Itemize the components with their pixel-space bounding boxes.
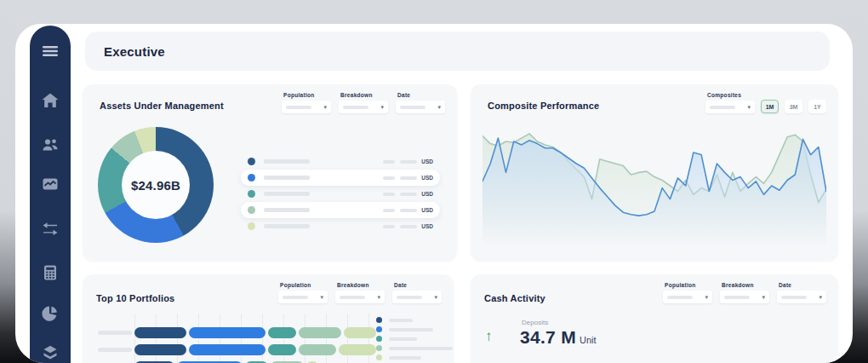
deposits-value: 34.7 M bbox=[520, 327, 576, 348]
transfers-icon[interactable] bbox=[41, 219, 60, 238]
aum-legend-row[interactable]: USD bbox=[241, 218, 440, 234]
legend-dot bbox=[248, 222, 255, 230]
legend-dot bbox=[376, 354, 382, 360]
currency-label: USD bbox=[421, 223, 433, 229]
range-button-1m[interactable]: 1M bbox=[761, 100, 779, 113]
currency-label: USD bbox=[421, 207, 433, 213]
chevron-down-icon: ▾ bbox=[323, 104, 327, 110]
legend-amount-placeholder bbox=[400, 176, 417, 180]
legend-name-placeholder bbox=[389, 356, 421, 360]
filter-select-population[interactable]: ▾ bbox=[278, 291, 328, 303]
select-placeholder bbox=[286, 106, 311, 109]
legend-name-placeholder bbox=[264, 159, 310, 164]
aum-donut-chart[interactable]: $24.96B bbox=[98, 127, 214, 243]
gridline bbox=[241, 314, 242, 363]
range-button-1y[interactable]: 1Y bbox=[808, 100, 826, 113]
chevron-down-icon: ▾ bbox=[434, 294, 437, 300]
filter-breakdown: Breakdown▾ bbox=[720, 282, 769, 303]
filter-select-breakdown[interactable]: ▾ bbox=[339, 101, 388, 113]
filter-select-composites[interactable]: ▾ bbox=[705, 101, 755, 113]
gridline bbox=[177, 314, 178, 363]
app-panel: Executive Assets Under Management Popula… bbox=[15, 24, 853, 363]
range-button-group: 1M3M1Y bbox=[761, 100, 826, 113]
gridline bbox=[283, 314, 284, 363]
stacked-bar bbox=[134, 327, 376, 338]
filter-select-date[interactable]: ▾ bbox=[777, 291, 826, 303]
filter-population: Population▾ bbox=[282, 92, 331, 113]
composite-performance-card: Composite Performance Composites▾ 1M3M1Y bbox=[471, 84, 838, 261]
chevron-down-icon: ▾ bbox=[747, 104, 751, 110]
chevron-down-icon: ▾ bbox=[762, 294, 765, 300]
legend-dot bbox=[248, 174, 255, 182]
top10-legend-row bbox=[376, 343, 453, 353]
filter-select-population[interactable]: ▾ bbox=[663, 291, 712, 303]
stacked-bar bbox=[134, 344, 376, 355]
select-placeholder bbox=[710, 106, 735, 109]
menu-icon[interactable] bbox=[41, 42, 60, 60]
legend-dot bbox=[376, 326, 382, 332]
legend-dot bbox=[376, 317, 382, 323]
deposits-value-row: 34.7 M Unit bbox=[520, 327, 597, 348]
performance-icon[interactable] bbox=[41, 175, 60, 193]
filter-label: Population bbox=[283, 92, 331, 98]
arrow-up-icon: ↑ bbox=[485, 328, 493, 345]
gridline bbox=[220, 314, 220, 363]
select-placeholder bbox=[400, 106, 425, 109]
legend-value-placeholder bbox=[383, 176, 395, 180]
cash-filters: Population▾Breakdown▾Date▾ bbox=[663, 282, 826, 303]
filter-population: Population▾ bbox=[663, 282, 712, 303]
filter-composites: Composites▾ bbox=[705, 92, 755, 113]
aum-legend-row[interactable]: USD bbox=[241, 153, 440, 170]
filter-label: Composites bbox=[707, 92, 755, 98]
legend-name-placeholder bbox=[264, 192, 310, 196]
bar-segment bbox=[189, 344, 266, 355]
portfolio-name-placeholder bbox=[98, 348, 132, 352]
gridline bbox=[198, 314, 199, 363]
top10-filters: Population▾Breakdown▾Date▾ bbox=[278, 282, 442, 303]
filter-select-breakdown[interactable]: ▾ bbox=[720, 291, 769, 303]
home-icon[interactable] bbox=[41, 91, 60, 110]
legend-value-placeholder bbox=[383, 193, 395, 196]
legend-name-placeholder bbox=[389, 347, 453, 350]
bar-segment bbox=[299, 327, 341, 338]
page-header: Executive bbox=[85, 32, 830, 71]
filter-label: Breakdown bbox=[340, 92, 388, 98]
currency-label: USD bbox=[421, 158, 433, 164]
range-button-3m[interactable]: 3M bbox=[785, 100, 802, 113]
aum-legend-row[interactable]: USD bbox=[241, 170, 440, 186]
filter-label: Population bbox=[280, 282, 328, 288]
legend-amount-placeholder bbox=[400, 160, 417, 164]
select-placeholder bbox=[667, 296, 693, 299]
legend-name-placeholder bbox=[389, 337, 417, 341]
aum-legend-row[interactable]: USD bbox=[241, 186, 440, 202]
composite-filters: Composites▾ bbox=[705, 92, 755, 113]
legend-dot bbox=[248, 190, 255, 198]
legend-value-placeholder bbox=[383, 225, 395, 228]
allocation-icon[interactable] bbox=[41, 304, 60, 323]
aum-legend-row[interactable]: USD bbox=[241, 202, 440, 218]
composite-card-title: Composite Performance bbox=[488, 101, 599, 111]
filter-select-breakdown[interactable]: ▾ bbox=[335, 291, 385, 303]
gridline bbox=[326, 314, 327, 363]
legend-amount-placeholder bbox=[400, 209, 417, 212]
filter-select-date[interactable]: ▾ bbox=[396, 101, 445, 113]
composite-performance-chart[interactable] bbox=[483, 122, 826, 251]
chevron-down-icon: ▾ bbox=[377, 294, 380, 300]
portfolio-name-placeholder bbox=[98, 331, 132, 335]
filter-select-population[interactable]: ▾ bbox=[282, 101, 331, 113]
layers-icon[interactable] bbox=[41, 343, 60, 362]
legend-name-placeholder bbox=[264, 176, 310, 180]
select-placeholder bbox=[283, 296, 308, 299]
calculator-icon[interactable] bbox=[41, 263, 60, 282]
deposits-unit: Unit bbox=[580, 335, 597, 345]
select-placeholder bbox=[397, 296, 422, 299]
bar-segment bbox=[134, 327, 186, 338]
bar-segment bbox=[299, 344, 336, 355]
filter-select-date[interactable]: ▾ bbox=[392, 291, 442, 303]
legend-dot bbox=[248, 206, 255, 214]
filter-label: Date bbox=[394, 282, 442, 288]
legend-dot bbox=[376, 336, 382, 342]
clients-icon[interactable] bbox=[41, 135, 60, 154]
currency-label: USD bbox=[421, 175, 433, 181]
legend-name-placeholder bbox=[264, 208, 310, 212]
